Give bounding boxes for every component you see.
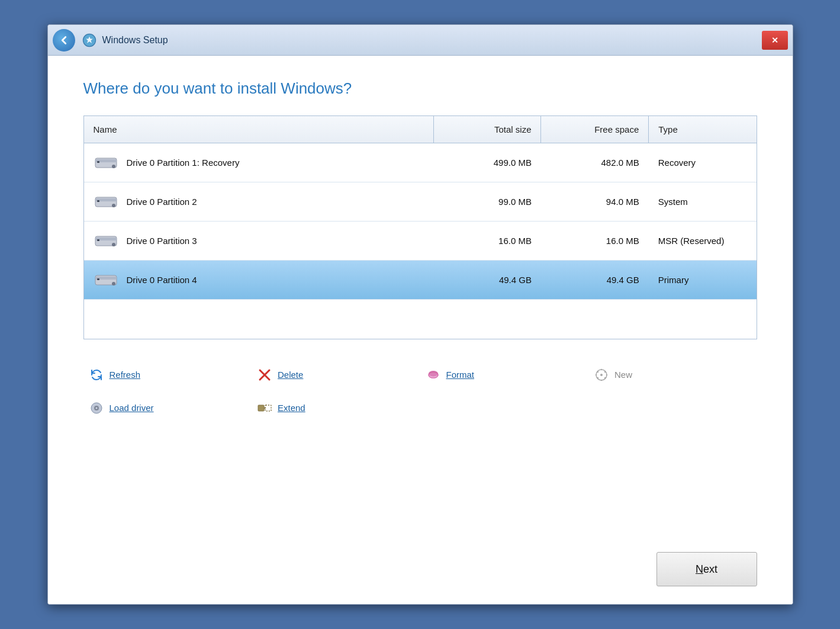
partition-free-space: 49.4 GB: [541, 261, 649, 300]
refresh-icon: [88, 367, 105, 383]
svg-point-11: [112, 243, 115, 246]
content-area: Where do you want to install Windows? Na…: [48, 56, 793, 552]
delete-icon: [256, 367, 273, 383]
refresh-button[interactable]: Refresh: [83, 358, 252, 391]
table-row[interactable]: Drive 0 Partition 3 16.0 MB 16.0 MB MSR …: [84, 222, 757, 261]
partition-name: Drive 0 Partition 4: [84, 261, 434, 300]
partition-total-size: 49.4 GB: [433, 261, 541, 300]
partition-total-size: 499.0 MB: [433, 143, 541, 182]
svg-point-29: [596, 374, 597, 375]
next-button[interactable]: Next: [656, 552, 757, 586]
svg-point-26: [604, 377, 606, 378]
bottom-bar: Next: [48, 552, 793, 604]
col-header-total-size: Total size: [433, 116, 541, 143]
empty-row: [84, 300, 757, 339]
svg-point-24: [604, 371, 606, 372]
table-row[interactable]: Drive 0 Partition 2 99.0 MB 94.0 MB Syst…: [84, 182, 757, 222]
extend-label: Extend: [278, 403, 305, 413]
new-label: New: [614, 370, 632, 380]
svg-rect-8: [97, 200, 99, 202]
partition-table-wrapper: Name Total size Free space Type Drive 0 …: [83, 115, 757, 339]
svg-point-30: [606, 374, 607, 375]
format-icon: [425, 367, 442, 383]
extend-icon: [256, 400, 273, 416]
partition-type: Primary: [649, 261, 757, 300]
actions-area: Refresh Delete: [83, 354, 757, 429]
partition-name: Drive 0 Partition 3: [84, 222, 434, 261]
svg-rect-34: [258, 405, 264, 411]
svg-point-7: [112, 204, 115, 207]
table-header-row: Name Total size Free space Type: [84, 116, 757, 143]
title-bar: Windows Setup ✕: [48, 25, 793, 56]
table-row[interactable]: Drive 0 Partition 1: Recovery 499.0 MB 4…: [84, 143, 757, 182]
svg-rect-4: [97, 161, 99, 163]
windows-setup-window: Windows Setup ✕ Where do you want to ins…: [47, 24, 793, 605]
partition-type: Recovery: [649, 143, 757, 182]
svg-point-33: [95, 407, 97, 409]
new-icon: [593, 367, 610, 383]
back-button[interactable]: [53, 29, 75, 52]
svg-point-25: [597, 377, 598, 378]
svg-rect-12: [97, 239, 99, 241]
svg-point-27: [601, 368, 602, 370]
delete-label: Delete: [278, 370, 303, 380]
svg-point-15: [112, 282, 115, 285]
drive-icon: [94, 231, 118, 251]
next-label: Next: [696, 563, 717, 576]
svg-point-3: [112, 165, 115, 168]
partition-total-size: 99.0 MB: [433, 182, 541, 222]
partition-free-space: 94.0 MB: [541, 182, 649, 222]
partition-table: Name Total size Free space Type Drive 0 …: [84, 116, 757, 339]
partition-free-space: 16.0 MB: [541, 222, 649, 261]
col-header-name: Name: [84, 116, 434, 143]
format-label: Format: [446, 370, 475, 380]
table-row[interactable]: Drive 0 Partition 4 49.4 GB 49.4 GB Prim…: [84, 261, 757, 300]
drive-icon: [94, 153, 118, 173]
partition-free-space: 482.0 MB: [541, 143, 649, 182]
svg-point-23: [597, 371, 598, 372]
load-driver-button[interactable]: Load driver: [83, 391, 252, 425]
svg-point-28: [601, 379, 602, 380]
extend-button[interactable]: Extend: [252, 391, 420, 425]
window-icon: [81, 32, 98, 49]
new-button[interactable]: New: [588, 358, 757, 391]
close-button[interactable]: ✕: [762, 31, 788, 50]
partition-type: MSR (Reserved): [649, 222, 757, 261]
svg-rect-35: [265, 405, 271, 411]
load-driver-label: Load driver: [110, 403, 154, 413]
delete-button[interactable]: Delete: [252, 358, 420, 391]
svg-point-22: [600, 374, 603, 376]
partition-name: Drive 0 Partition 2: [84, 182, 434, 222]
partition-total-size: 16.0 MB: [433, 222, 541, 261]
refresh-label: Refresh: [110, 370, 141, 380]
col-header-free-space: Free space: [541, 116, 649, 143]
window-title: Windows Setup: [102, 35, 762, 46]
partition-type: System: [649, 182, 757, 222]
format-button[interactable]: Format: [420, 358, 589, 391]
drive-icon: [94, 270, 118, 290]
page-title: Where do you want to install Windows?: [83, 79, 757, 98]
load-driver-icon: [88, 400, 105, 416]
col-header-type: Type: [649, 116, 757, 143]
partition-name: Drive 0 Partition 1: Recovery: [84, 143, 434, 182]
drive-icon: [94, 192, 118, 212]
svg-rect-16: [97, 278, 99, 280]
